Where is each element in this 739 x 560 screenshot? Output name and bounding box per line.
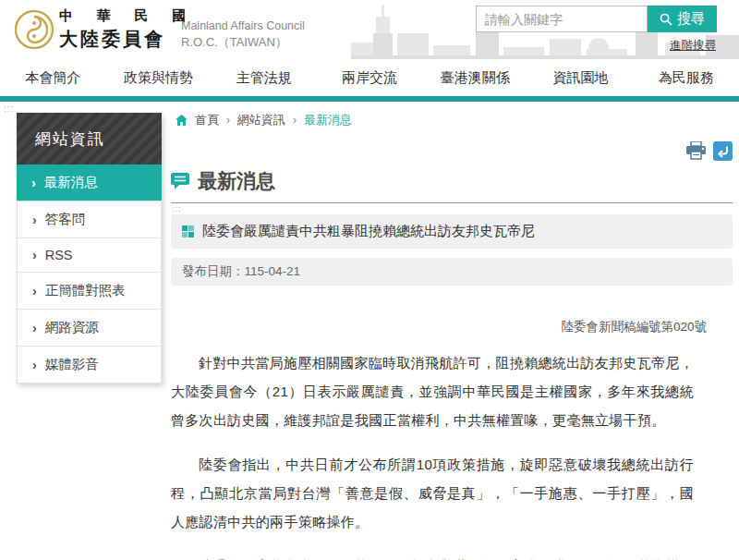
sidebar: 網站資訊 › 最新消息 › 答客問 › RSS › 正簡體對照表 › 網路資源 … bbox=[17, 113, 162, 383]
brand-chinese: 中 華 民 國 大陸委員會 bbox=[59, 7, 196, 52]
brand-en-line1: Mainland Affairs Council bbox=[181, 19, 305, 32]
print-button[interactable] bbox=[685, 141, 707, 160]
search-button-label: 搜尋 bbox=[677, 10, 705, 28]
page-title: 最新消息 bbox=[198, 168, 275, 194]
article-paragraph: 陸委會指出，中共日前才公布所謂10項政策措施，旋即惡意破壞我總統出訪行程，凸顯北… bbox=[171, 450, 694, 536]
search-input[interactable] bbox=[476, 6, 648, 32]
sidebar-item-label: RSS bbox=[45, 248, 73, 262]
article-body: 針對中共當局施壓相關國家臨時取消飛航許可，阻撓賴總統出訪友邦史瓦帝尼，大陸委員會… bbox=[171, 348, 733, 560]
main-content: 最新消息 ::: 陸委會嚴厲譴責中共粗暴阻撓賴總統出訪友邦史瓦帝尼 發布日期：1… bbox=[171, 140, 733, 560]
chevron-right-icon: › bbox=[32, 321, 37, 335]
nav-item-info[interactable]: 資訊園地 bbox=[527, 69, 633, 87]
publish-date-value: 115-04-21 bbox=[245, 264, 301, 278]
sidebar-item-label: 正簡體對照表 bbox=[45, 282, 126, 299]
article-title-box: 陸委會嚴厲譴責中共粗暴阻撓賴總統出訪友邦史瓦帝尼 bbox=[171, 214, 733, 249]
breadcrumb: 首頁 › 網站資訊 › 最新消息 bbox=[176, 112, 352, 128]
article-paragraph: 陸委會正告北京當局，中華民國有權利與世界各國交往及發展關係，中共蠻橫打壓，不會改… bbox=[171, 552, 694, 560]
article-title: 陸委會嚴厲譴責中共粗暴阻撓賴總統出訪友邦史瓦帝尼 bbox=[202, 223, 535, 240]
news-bubble-icon bbox=[171, 172, 190, 190]
chevron-right-icon: › bbox=[31, 176, 36, 190]
article-grid-icon bbox=[182, 225, 194, 237]
article-paragraph: 針對中共當局施壓相關國家臨時取消飛航許可，阻撓賴總統出訪友邦史瓦帝尼，大陸委員會… bbox=[171, 348, 694, 434]
nav-item-services[interactable]: 為民服務 bbox=[634, 69, 739, 87]
accessibility-anchor: ::: bbox=[4, 103, 14, 114]
breadcrumb-home[interactable]: 首頁 bbox=[195, 112, 219, 128]
sidebar-item-rss[interactable]: › RSS bbox=[18, 238, 161, 273]
section-divider bbox=[171, 202, 733, 203]
sidebar-item-latest-news[interactable]: › 最新消息 bbox=[17, 164, 162, 201]
sidebar-title: 網站資訊 bbox=[17, 113, 162, 164]
chevron-right-icon: › bbox=[32, 248, 37, 262]
back-button[interactable] bbox=[713, 141, 733, 161]
brand-english: Mainland Affairs Council R.O.C.（TAIWAN） bbox=[181, 19, 305, 51]
page-actions bbox=[171, 140, 733, 161]
sidebar-item-media[interactable]: › 媒體影音 bbox=[18, 347, 161, 383]
breadcrumb-separator-icon: › bbox=[226, 114, 230, 127]
breadcrumb-separator-icon: › bbox=[293, 114, 297, 127]
chevron-right-icon: › bbox=[32, 358, 37, 372]
sidebar-item-char-table[interactable]: › 正簡體對照表 bbox=[18, 273, 161, 310]
nav-item-policy[interactable]: 政策與情勢 bbox=[105, 69, 211, 87]
site-header: 中 華 民 國 大陸委員會 Mainland Affairs Council R… bbox=[0, 0, 739, 59]
brand-zh-line2: 大陸委員會 bbox=[59, 27, 196, 52]
section-header: 最新消息 bbox=[171, 168, 733, 194]
sidebar-item-label: 答客問 bbox=[45, 211, 86, 228]
sidebar-menu: › 最新消息 › 答客問 › RSS › 正簡體對照表 › 網路資源 › 媒體影… bbox=[17, 164, 162, 383]
back-arrow-icon bbox=[716, 144, 730, 158]
nav-item-laws[interactable]: 主管法規 bbox=[212, 69, 317, 87]
sidebar-item-label: 網路資源 bbox=[45, 319, 99, 336]
search-box: 搜尋 bbox=[476, 6, 717, 32]
advanced-search-link[interactable]: 進階搜尋 bbox=[670, 38, 716, 54]
nav-item-about[interactable]: 本會簡介 bbox=[0, 69, 105, 87]
printer-icon bbox=[685, 141, 707, 160]
mac-logo-emblem bbox=[13, 8, 55, 51]
chevron-right-icon: › bbox=[32, 284, 37, 298]
accessibility-anchor: ::: bbox=[172, 205, 733, 213]
nav-item-hk-macao[interactable]: 臺港澳關係 bbox=[422, 69, 527, 87]
breadcrumb-current: 最新消息 bbox=[304, 112, 352, 128]
main-nav: 本會簡介 政策與情勢 主管法規 兩岸交流 臺港澳關係 資訊園地 為民服務 bbox=[0, 59, 739, 96]
nav-item-cross-strait[interactable]: 兩岸交流 bbox=[317, 69, 422, 87]
sidebar-item-web-resources[interactable]: › 網路資源 bbox=[18, 310, 161, 347]
publish-date-box: 發布日期：115-04-21 bbox=[171, 258, 733, 286]
chevron-right-icon: › bbox=[32, 213, 37, 227]
sidebar-item-label: 最新消息 bbox=[44, 174, 98, 191]
search-button[interactable]: 搜尋 bbox=[648, 6, 717, 32]
sidebar-item-label: 媒體影音 bbox=[45, 356, 99, 373]
breadcrumb-site-info[interactable]: 網站資訊 bbox=[237, 112, 285, 128]
search-icon bbox=[660, 13, 672, 26]
press-release-number: 陸委會新聞稿編號第020號 bbox=[171, 319, 707, 335]
brand-en-line2: R.O.C.（TAIWAN） bbox=[181, 34, 305, 51]
home-icon bbox=[176, 115, 188, 126]
brand-zh-line1: 中 華 民 國 bbox=[59, 7, 196, 25]
sidebar-item-faq[interactable]: › 答客問 bbox=[18, 201, 161, 238]
publish-date-label: 發布日期： bbox=[182, 264, 245, 278]
nav-accent-bar bbox=[0, 96, 739, 102]
